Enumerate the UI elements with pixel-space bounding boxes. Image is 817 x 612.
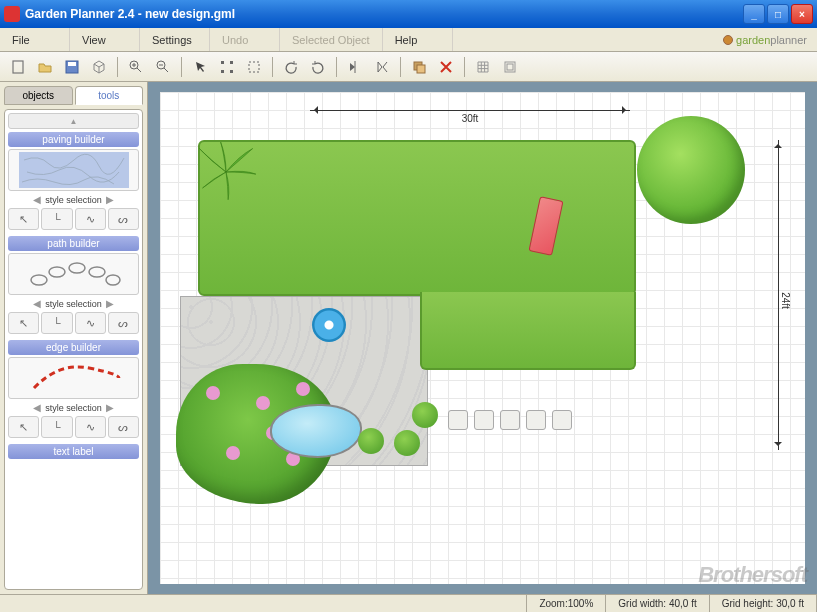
- svg-point-17: [69, 263, 85, 273]
- paving-preview[interactable]: [8, 149, 139, 191]
- window-title: Garden Planner 2.4 - new design.gml: [25, 7, 743, 21]
- brand-logo: gardenplanner: [723, 28, 817, 51]
- menu-undo[interactable]: Undo: [210, 28, 280, 51]
- status-spacer: [0, 595, 527, 612]
- save-button[interactable]: [60, 55, 84, 79]
- paver-stone[interactable]: [526, 410, 546, 430]
- paving-style-selection: ◀style selection▶: [8, 193, 139, 206]
- path-straight-tool[interactable]: └: [41, 312, 72, 334]
- small-bush[interactable]: [394, 430, 420, 456]
- menu-selected-object[interactable]: Selected Object: [280, 28, 383, 51]
- new-file-button[interactable]: [6, 55, 30, 79]
- menu-bar: File View Settings Undo Selected Object …: [0, 28, 817, 52]
- menu-settings[interactable]: Settings: [140, 28, 210, 51]
- lawn-main[interactable]: [198, 140, 636, 296]
- small-bush[interactable]: [412, 402, 438, 428]
- edge-style-selection: ◀style selection▶: [8, 401, 139, 414]
- svg-rect-13: [507, 64, 513, 70]
- next-style-icon[interactable]: ▶: [106, 298, 114, 309]
- edge-preview[interactable]: [8, 357, 139, 399]
- menu-file[interactable]: File: [0, 28, 70, 51]
- minimize-button[interactable]: _: [743, 4, 765, 24]
- svg-rect-6: [230, 61, 233, 64]
- duplicate-button[interactable]: [407, 55, 431, 79]
- path-curve-tool[interactable]: ∿: [75, 312, 106, 334]
- palm-tree[interactable]: [194, 140, 258, 204]
- title-bar: Garden Planner 2.4 - new design.gml _ □ …: [0, 0, 817, 28]
- prev-style-icon[interactable]: ◀: [33, 402, 41, 413]
- small-bush[interactable]: [358, 428, 384, 454]
- edge-free-tool[interactable]: ᔕ: [108, 416, 139, 438]
- svg-rect-9: [249, 62, 259, 72]
- prev-style-icon[interactable]: ◀: [33, 298, 41, 309]
- path-pointer-tool[interactable]: ↖: [8, 312, 39, 334]
- grid-settings-button[interactable]: [498, 55, 522, 79]
- design-canvas[interactable]: 30ft 24ft: [160, 92, 805, 584]
- paver-stone[interactable]: [474, 410, 494, 430]
- paver-stone[interactable]: [552, 410, 572, 430]
- grid-height-status: Grid height: 30,0 ft: [710, 595, 817, 612]
- edge-curve-tool[interactable]: ∿: [75, 416, 106, 438]
- svg-point-19: [106, 275, 120, 285]
- maximize-button[interactable]: □: [767, 4, 789, 24]
- paving-free-tool[interactable]: ᔕ: [108, 208, 139, 230]
- grid-toggle-button[interactable]: [471, 55, 495, 79]
- paving-pointer-tool[interactable]: ↖: [8, 208, 39, 230]
- fountain[interactable]: [312, 308, 346, 342]
- dimension-height: 24ft: [778, 140, 779, 450]
- svg-rect-8: [230, 70, 233, 73]
- paving-builder-header[interactable]: paving builder: [8, 132, 139, 147]
- brand-icon: [723, 35, 733, 45]
- rotate-left-button[interactable]: [279, 55, 303, 79]
- tab-tools[interactable]: tools: [75, 86, 144, 105]
- close-button[interactable]: ×: [791, 4, 813, 24]
- paving-straight-tool[interactable]: └: [41, 208, 72, 230]
- grid-width-status: Grid width: 40,0 ft: [606, 595, 709, 612]
- dimension-width: 30ft: [310, 110, 630, 124]
- 3d-view-button[interactable]: [87, 55, 111, 79]
- flip-vertical-button[interactable]: [370, 55, 394, 79]
- svg-point-15: [31, 275, 47, 285]
- path-free-tool[interactable]: ᔕ: [108, 312, 139, 334]
- select-box-button[interactable]: [242, 55, 266, 79]
- paver-stone[interactable]: [500, 410, 520, 430]
- text-label-header[interactable]: text label: [8, 444, 139, 459]
- path-builder-header[interactable]: path builder: [8, 236, 139, 251]
- rotate-right-button[interactable]: [306, 55, 330, 79]
- tab-objects[interactable]: objects: [4, 86, 73, 105]
- zoom-status: Zoom:100%: [527, 595, 606, 612]
- svg-rect-11: [417, 65, 425, 73]
- open-file-button[interactable]: [33, 55, 57, 79]
- svg-rect-5: [221, 61, 224, 64]
- edge-straight-tool[interactable]: └: [41, 416, 72, 438]
- zoom-in-button[interactable]: [124, 55, 148, 79]
- select-corners-button[interactable]: [215, 55, 239, 79]
- edge-pointer-tool[interactable]: ↖: [8, 416, 39, 438]
- svg-point-16: [49, 267, 65, 277]
- edge-builder-header[interactable]: edge builder: [8, 340, 139, 355]
- menu-help[interactable]: Help: [383, 28, 453, 51]
- flip-horizontal-button[interactable]: [343, 55, 367, 79]
- next-style-icon[interactable]: ▶: [106, 194, 114, 205]
- lawn-extension[interactable]: [420, 292, 636, 370]
- scroll-up-button[interactable]: ▲: [8, 113, 139, 129]
- svg-rect-2: [68, 62, 76, 66]
- delete-button[interactable]: [434, 55, 458, 79]
- paving-curve-tool[interactable]: ∿: [75, 208, 106, 230]
- next-style-icon[interactable]: ▶: [106, 402, 114, 413]
- app-icon: [4, 6, 20, 22]
- side-panel: objects tools ▲ paving builder ◀style se…: [0, 82, 148, 594]
- paver-stone[interactable]: [448, 410, 468, 430]
- svg-rect-0: [13, 61, 23, 73]
- path-preview[interactable]: [8, 253, 139, 295]
- canvas-viewport: 30ft 24ft Brothersoft: [148, 82, 817, 594]
- zoom-out-button[interactable]: [151, 55, 175, 79]
- prev-style-icon[interactable]: ◀: [33, 194, 41, 205]
- menu-view[interactable]: View: [70, 28, 140, 51]
- svg-rect-7: [221, 70, 224, 73]
- toolbar: [0, 52, 817, 82]
- status-bar: Zoom:100% Grid width: 40,0 ft Grid heigh…: [0, 594, 817, 612]
- pond[interactable]: [270, 404, 362, 458]
- large-tree[interactable]: [637, 116, 745, 224]
- pointer-tool-button[interactable]: [188, 55, 212, 79]
